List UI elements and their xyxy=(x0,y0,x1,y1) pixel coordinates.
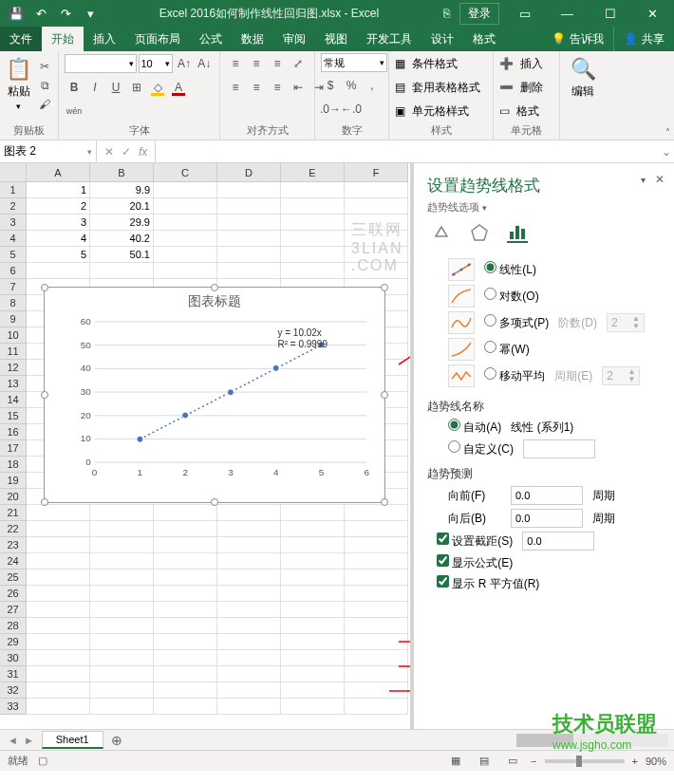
cell[interactable] xyxy=(217,699,281,715)
cut-icon[interactable]: ✂ xyxy=(35,57,54,76)
cell[interactable] xyxy=(27,682,90,699)
column-header[interactable]: D xyxy=(217,163,281,182)
cell[interactable] xyxy=(27,537,90,553)
cell[interactable]: 50.1 xyxy=(90,247,154,263)
resize-handle[interactable] xyxy=(381,284,388,291)
plot-area[interactable]: 01020304050600123456 xyxy=(75,318,373,477)
cell[interactable] xyxy=(27,650,90,666)
cell[interactable] xyxy=(154,618,217,634)
cell[interactable] xyxy=(345,699,408,715)
row-header[interactable]: 8 xyxy=(0,295,27,311)
zoom-level[interactable]: 90% xyxy=(646,756,666,767)
trendline-options-dropdown[interactable]: 趋势线选项 ▾ xyxy=(427,200,661,215)
cell[interactable] xyxy=(281,182,345,198)
enter-icon[interactable]: ✓ xyxy=(122,145,131,159)
resize-handle[interactable] xyxy=(41,498,48,506)
cell[interactable] xyxy=(154,537,217,553)
cell[interactable] xyxy=(281,247,345,263)
decrease-decimal-icon[interactable]: ←.0 xyxy=(342,100,361,119)
cell[interactable] xyxy=(217,618,281,634)
cell[interactable] xyxy=(90,650,154,666)
cell[interactable] xyxy=(345,602,408,618)
tab-home[interactable]: 开始 xyxy=(42,27,84,51)
cell[interactable] xyxy=(217,247,281,263)
zoom-out-icon[interactable]: − xyxy=(531,756,536,767)
cell[interactable]: 2 xyxy=(27,198,90,215)
cell[interactable] xyxy=(217,537,281,553)
resize-handle[interactable] xyxy=(41,391,48,399)
orientation-icon[interactable]: ⤢ xyxy=(289,54,308,73)
cell[interactable] xyxy=(217,521,281,537)
intercept-input[interactable] xyxy=(522,532,594,551)
comma-icon[interactable]: , xyxy=(363,76,382,95)
row-header[interactable]: 31 xyxy=(0,666,27,682)
font-color-icon[interactable]: A xyxy=(169,78,188,97)
cell[interactable] xyxy=(345,198,408,215)
cell[interactable] xyxy=(217,182,281,198)
tab-data[interactable]: 数据 xyxy=(232,27,273,51)
pane-menu-icon[interactable]: ▾ xyxy=(641,175,646,185)
collapse-ribbon-icon[interactable]: ˄ xyxy=(665,127,670,138)
cell[interactable] xyxy=(154,634,217,650)
delete-cells-button[interactable]: ➖ 删除 xyxy=(499,77,543,98)
cell[interactable] xyxy=(217,231,281,247)
row-header[interactable]: 4 xyxy=(0,231,27,247)
cell[interactable] xyxy=(217,682,281,699)
cell[interactable] xyxy=(217,198,281,215)
row-header[interactable]: 33 xyxy=(0,699,27,715)
resize-handle[interactable] xyxy=(381,391,388,399)
align-right-icon[interactable]: ≡ xyxy=(268,78,287,97)
cell[interactable] xyxy=(345,247,408,263)
cell[interactable] xyxy=(217,634,281,650)
cell[interactable]: 1 xyxy=(27,182,90,198)
resize-handle[interactable] xyxy=(41,284,48,291)
cell[interactable] xyxy=(281,699,345,715)
cell[interactable] xyxy=(27,699,90,715)
close-icon[interactable]: ✕ xyxy=(631,0,674,27)
cell[interactable] xyxy=(281,263,345,279)
font-size-combo[interactable]: 10▾ xyxy=(139,54,174,73)
name-box[interactable]: 图表 2▾ xyxy=(0,140,97,162)
cell[interactable] xyxy=(90,699,154,715)
cell[interactable] xyxy=(154,602,217,618)
cell[interactable] xyxy=(281,553,345,569)
pane-close-icon[interactable]: ✕ xyxy=(655,173,665,186)
cell[interactable] xyxy=(154,198,217,215)
align-middle-icon[interactable]: ≡ xyxy=(247,54,266,73)
save-icon[interactable]: 💾 xyxy=(6,3,27,24)
cell[interactable] xyxy=(345,231,408,247)
font-name-combo[interactable]: ▾ xyxy=(65,54,137,73)
fill-line-tab-icon[interactable] xyxy=(431,222,452,243)
insert-cells-button[interactable]: ➕ 插入 xyxy=(499,53,543,74)
custom-name-input[interactable] xyxy=(523,439,595,458)
cell[interactable] xyxy=(217,569,281,586)
tab-view[interactable]: 视图 xyxy=(315,27,357,51)
cell[interactable] xyxy=(154,650,217,666)
find-select-button[interactable]: 🔍编辑 xyxy=(566,53,600,100)
resize-handle[interactable] xyxy=(381,498,388,506)
cell[interactable] xyxy=(345,666,408,682)
cell[interactable] xyxy=(345,650,408,666)
cell[interactable] xyxy=(90,602,154,618)
resize-handle[interactable] xyxy=(211,284,218,291)
underline-icon[interactable]: U xyxy=(106,78,125,97)
cell[interactable] xyxy=(27,553,90,569)
cell[interactable] xyxy=(27,602,90,618)
align-center-icon[interactable]: ≡ xyxy=(247,78,266,97)
login-button[interactable]: 登录 xyxy=(459,3,499,25)
column-header[interactable]: A xyxy=(27,163,90,182)
row-header[interactable]: 25 xyxy=(0,569,27,586)
cell[interactable] xyxy=(154,666,217,682)
tell-me[interactable]: 💡告诉我 xyxy=(542,27,613,51)
cell[interactable] xyxy=(90,586,154,602)
trendline-label[interactable]: y = 10.02x R² = 0.9999 xyxy=(277,327,328,350)
row-header[interactable]: 19 xyxy=(0,473,27,489)
cell[interactable] xyxy=(345,682,408,699)
column-header[interactable]: B xyxy=(90,163,154,182)
cell[interactable] xyxy=(27,569,90,586)
cell[interactable] xyxy=(217,586,281,602)
cell[interactable] xyxy=(345,586,408,602)
cell[interactable] xyxy=(345,182,408,198)
fill-color-icon[interactable]: ◇ xyxy=(148,78,167,97)
cell[interactable] xyxy=(154,215,217,231)
